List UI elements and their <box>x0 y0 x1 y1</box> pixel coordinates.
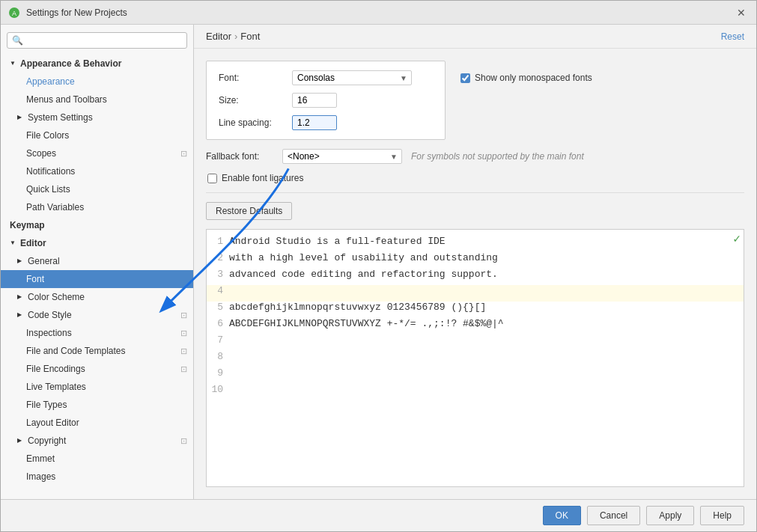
preview-line: 1Android Studio is a full-featured IDE <box>207 236 744 252</box>
show-monospaced-checkbox[interactable] <box>460 73 470 83</box>
line-spacing-input[interactable] <box>292 115 337 130</box>
sidebar-item-layout-editor[interactable]: Layout Editor <box>1 414 193 432</box>
ligatures-row[interactable]: Enable font ligatures <box>207 173 744 183</box>
sidebar-item-keymap[interactable]: Keymap <box>1 216 193 234</box>
line-number: 1 <box>207 236 229 252</box>
preview-expand-icon: ✓ <box>733 231 741 246</box>
sidebar-item-general[interactable]: ▶ General <box>1 252 193 270</box>
sidebar-item-label: Editor <box>20 236 46 250</box>
fallback-font-select[interactable]: <None> <box>282 149 402 164</box>
close-button[interactable]: ✕ <box>734 5 749 20</box>
sidebar-item-label: Font <box>26 272 44 286</box>
preview-line: 10 <box>207 384 744 400</box>
preview-line: 4 <box>207 285 744 302</box>
line-number: 2 <box>207 252 229 269</box>
search-input[interactable] <box>26 35 182 46</box>
copy-icon: ⊡ <box>180 147 187 160</box>
line-content: ABCDEFGHIJKLMNOPQRSTUVWXYZ +-*/= .,;:!? … <box>229 318 504 334</box>
sidebar-item-file-code-templates[interactable]: File and Code Templates ⊡ <box>1 342 193 360</box>
apply-button[interactable]: Apply <box>646 506 694 525</box>
sidebar-item-emmet[interactable]: Emmet <box>1 450 193 468</box>
expand-icon: ▼ <box>10 57 17 70</box>
sidebar-item-label: Scopes <box>26 147 56 160</box>
sidebar-item-code-style[interactable]: ▶ Code Style ⊡ <box>1 306 193 324</box>
copy-icon: ⊡ <box>180 362 187 376</box>
sidebar-item-file-colors[interactable]: File Colors <box>1 126 193 144</box>
size-label: Size: <box>219 95 286 106</box>
line-content: advanced code editing and refactoring su… <box>229 269 498 285</box>
size-input[interactable] <box>292 93 337 108</box>
font-label: Font: <box>219 73 286 83</box>
search-box[interactable]: 🔍 <box>7 32 187 49</box>
title-bar-left: A Settings for New Projects <box>8 7 127 19</box>
sidebar-item-path-variables[interactable]: Path Variables <box>1 198 193 216</box>
sidebar-item-images[interactable]: Images <box>1 468 193 486</box>
font-select[interactable]: Consolas <box>292 70 412 85</box>
font-select-wrapper: Consolas ▼ <box>292 70 412 85</box>
sidebar-item-label: File and Code Templates <box>26 344 126 358</box>
sidebar-item-quick-lists[interactable]: Quick Lists <box>1 180 193 198</box>
breadcrumb: Editor › Font <box>206 31 260 42</box>
fallback-hint: For symbols not supported by the main fo… <box>411 151 584 162</box>
fallback-font-label: Fallback font: <box>206 151 273 162</box>
line-content: Android Studio is a full-featured IDE <box>229 236 446 252</box>
divider <box>206 192 744 193</box>
expand-icon: ▼ <box>10 236 17 250</box>
sidebar-item-scopes[interactable]: Scopes ⊡ <box>1 144 193 162</box>
preview-line: 8 <box>207 351 744 367</box>
cancel-button[interactable]: Cancel <box>587 506 640 525</box>
ligatures-checkbox[interactable] <box>207 174 217 183</box>
sidebar-item-label: File Encodings <box>26 362 85 376</box>
restore-defaults-button[interactable]: Restore Defaults <box>206 202 292 220</box>
title-bar: A Settings for New Projects ✕ <box>1 1 756 25</box>
sidebar-item-editor[interactable]: ▼ Editor <box>1 234 193 252</box>
window-title: Settings for New Projects <box>26 7 127 18</box>
sidebar-item-label: Color Scheme <box>28 290 85 304</box>
sidebar-item-live-templates[interactable]: Live Templates <box>1 378 193 396</box>
sidebar-item-appearance-behavior[interactable]: ▼ Appearance & Behavior <box>1 55 193 73</box>
reset-button[interactable]: Reset <box>721 31 744 42</box>
line-number: 10 <box>207 384 229 400</box>
content-area: 🔍 ▼ Appearance & Behavior Appearance Men… <box>1 25 756 499</box>
line-number: 8 <box>207 351 229 367</box>
copy-icon: ⊡ <box>180 308 187 322</box>
breadcrumb-sep: › <box>234 31 237 42</box>
line-number: 6 <box>207 318 229 334</box>
main-content: Font: Consolas ▼ Size: <box>194 49 756 499</box>
right-options: Show only monospaced fonts <box>460 73 592 83</box>
line-number: 5 <box>207 302 229 318</box>
sidebar-item-label: Appearance & Behavior <box>20 57 121 70</box>
sidebar-item-label: Menus and Toolbars <box>26 93 107 106</box>
sidebar-item-label: Notifications <box>26 165 75 178</box>
expand-icon: ▶ <box>17 434 25 447</box>
sidebar-item-copyright[interactable]: ▶ Copyright ⊡ <box>1 432 193 450</box>
settings-dialog: A Settings for New Projects ✕ 🔍 ▼ Appear… <box>0 0 757 532</box>
sidebar-item-color-scheme[interactable]: ▶ Color Scheme <box>1 288 193 306</box>
sidebar-item-file-types[interactable]: File Types <box>1 396 193 414</box>
svg-text:A: A <box>12 10 16 17</box>
expand-icon: ▶ <box>17 111 25 124</box>
sidebar-item-system-settings[interactable]: ▶ System Settings <box>1 108 193 126</box>
sidebar-item-file-encodings[interactable]: File Encodings ⊡ <box>1 360 193 378</box>
show-monospaced-label[interactable]: Show only monospaced fonts <box>460 73 592 83</box>
sidebar-item-appearance[interactable]: Appearance <box>1 73 193 91</box>
app-icon: A <box>8 7 20 19</box>
expand-icon: ▶ <box>17 290 25 304</box>
copy-icon: ⊡ <box>180 344 187 358</box>
sidebar-item-label: Code Style <box>28 308 72 322</box>
sidebar-item-label: Emmet <box>26 452 55 465</box>
ligatures-label: Enable font ligatures <box>222 173 303 183</box>
sidebar-item-font[interactable]: Font <box>1 270 193 288</box>
restore-defaults-wrapper: Restore Defaults <box>206 202 744 220</box>
ok-button[interactable]: OK <box>543 506 581 525</box>
sidebar-item-notifications[interactable]: Notifications <box>1 162 193 180</box>
sidebar-item-label: Images <box>26 470 55 483</box>
sidebar-item-menus-toolbars[interactable]: Menus and Toolbars <box>1 91 193 108</box>
help-button[interactable]: Help <box>700 506 744 525</box>
line-content: abcdefghijklmnopqrstuvwxyz 0123456789 ()… <box>229 302 486 318</box>
line-number: 7 <box>207 334 229 351</box>
sidebar-item-label: Path Variables <box>26 201 84 214</box>
sidebar-item-inspections[interactable]: Inspections ⊡ <box>1 324 193 342</box>
main-panel: Editor › Font Reset Font: Con <box>194 25 756 499</box>
fallback-select-wrapper: <None> ▼ <box>282 149 402 164</box>
